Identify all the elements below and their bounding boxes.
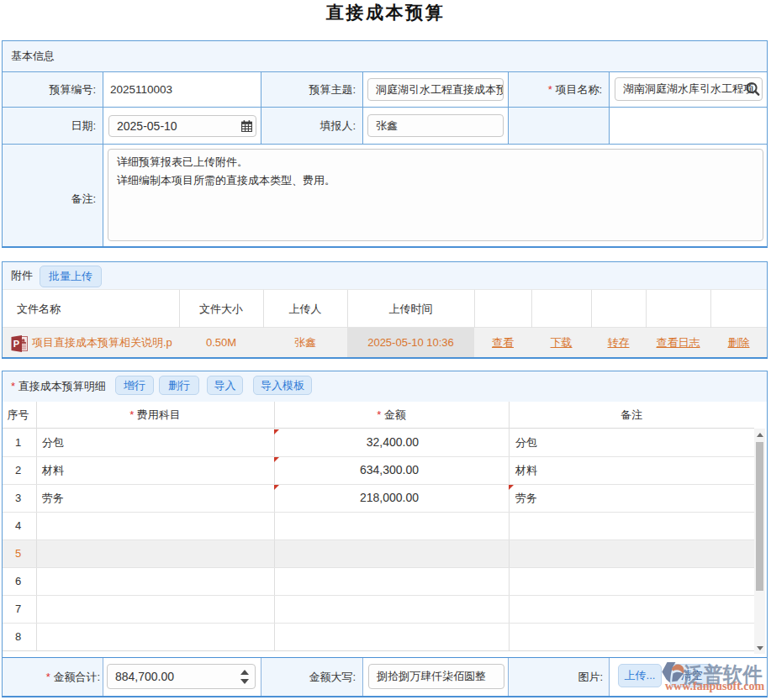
- svg-text:P: P: [13, 339, 19, 349]
